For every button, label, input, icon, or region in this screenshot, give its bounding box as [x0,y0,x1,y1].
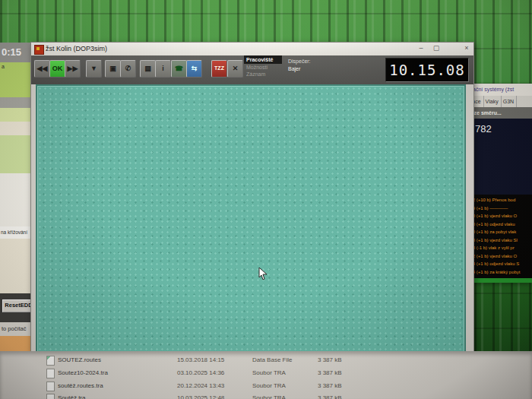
green-phone-icon[interactable]: ☎ [171,60,187,78]
close-button[interactable]: × [461,44,472,53]
menu-record[interactable]: Záznam [244,71,282,78]
file-type: Data Base File [252,354,292,366]
file-name: soutěž.routes.tra [58,380,103,391]
mouse-cursor [258,268,268,280]
dispatcher-block: Dispečer: Bajer [288,59,311,71]
title-bar: žst Kolin (DOP3sim) – ▢ × [31,43,473,55]
file-icon [46,356,55,366]
window-title: žst Kolin (DOP3sim) [46,45,107,52]
train-icon[interactable]: ▣ [105,60,121,78]
file-icon [46,394,55,399]
file-size: 3 387 kB [318,392,342,399]
station-clock: 10.15.08 [385,58,469,82]
file-row[interactable]: SOUTEZ.routes 15.03.2018 14:15 Data Base… [0,354,532,366]
tools-icon[interactable]: ✕ [227,60,243,78]
file-name: Soutěž.tra [58,392,85,399]
app-icon [34,45,44,55]
file-name: Soutez10-2024.tra [58,367,108,378]
file-row[interactable]: Soutez10-2024.tra 03.10.2025 14:36 Soubo… [0,367,532,378]
info-icon[interactable]: i [155,60,171,78]
tab-trains[interactable]: Vlaky [486,96,502,107]
file-type: Soubor TRA [252,380,286,391]
file-row[interactable]: soutěž.routes.tra 20.12.2024 13:43 Soubo… [0,380,532,391]
photo-of-screen: 0:15 a na křižování ResetEDD to počítač … [0,0,532,399]
file-size: 3 387 kB [318,354,342,366]
menu-options[interactable]: Možnosti [244,64,282,71]
file-date: 15.03.2018 14:15 [177,354,224,366]
forward-icon[interactable]: ▶▶ [65,60,81,78]
file-date: 20.12.2024 13:43 [177,380,224,391]
ok-button[interactable]: OK [49,60,65,78]
menu-block: Pracoviště Možnosti Záznam [244,55,282,84]
maximize-button[interactable]: ▢ [431,44,442,53]
menu-workplace[interactable]: Pracoviště [244,55,282,64]
tab-g3n[interactable]: G3N [503,96,517,107]
collapse-icon[interactable]: ▼ [86,60,102,78]
relay-panel [36,84,466,353]
file-size: 3 387 kB [318,380,342,391]
transfer-icon[interactable]: ⇆ [186,60,202,78]
file-size: 3 387 kB [318,367,342,378]
tzz-icon[interactable]: TZZ [211,60,227,78]
file-name: SOUTEZ.routes [58,354,101,366]
file-explorer-strip: SOUTEZ.routes 15.03.2018 14:15 Data Base… [0,351,532,399]
file-date: 03.10.2025 14:36 [177,367,224,378]
book-icon[interactable]: ▤ [140,60,156,78]
file-icon [46,369,55,378]
dispatcher-name: Bajer [288,66,311,71]
phone-icon[interactable]: ✆ [120,60,136,78]
toolbar: ◀◀ OK ▶▶ ▼ ▣ ✆ ▤ i ☎ ⇆ TZZ ✕ Pracoviště … [31,55,473,84]
dispatcher-label: Dispečer: [288,59,311,64]
dop3sim-window: žst Kolin (DOP3sim) – ▢ × ◀◀ OK ▶▶ ▼ ▣ ✆… [30,42,474,353]
file-type: Soubor TRA [252,392,286,399]
file-row[interactable]: Soutěž.tra 10.03.2025 12:48 Soubor TRA 3… [0,392,532,399]
minimize-button[interactable]: – [416,44,426,53]
file-type: Soubor TRA [252,367,286,378]
file-date: 10.03.2025 12:48 [177,392,224,399]
rewind-icon[interactable]: ◀◀ [34,60,50,78]
file-icon [46,382,55,391]
